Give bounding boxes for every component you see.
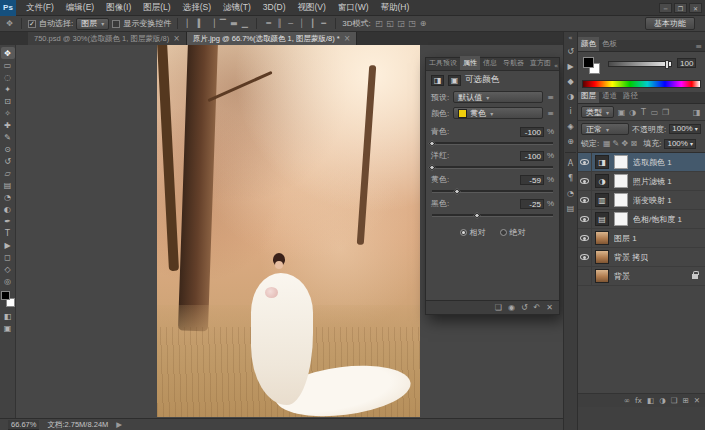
layers-footer-icon[interactable]: ⊞ — [682, 396, 688, 405]
dock-panel-icon[interactable]: ◆ — [564, 75, 577, 87]
menu-item[interactable]: 文件(F) — [20, 2, 60, 14]
layer-mask-thumbnail[interactable] — [614, 193, 628, 207]
tab-close-icon[interactable]: × — [344, 34, 351, 43]
slider-value-field[interactable]: -59 — [520, 175, 544, 185]
tab-close-icon[interactable]: × — [173, 34, 180, 43]
adjustment-layer-thumbnail[interactable]: ◑ — [595, 174, 609, 188]
layer-filter-button[interactable]: ❐ — [660, 107, 671, 118]
blend-mode-dropdown[interactable]: 正常 ▾ — [581, 123, 629, 135]
align-button[interactable]: ▍ — [195, 18, 206, 29]
align-button[interactable]: ▏ — [184, 18, 195, 29]
menu-item[interactable]: 帮助(H) — [375, 2, 416, 14]
auto-select-dropdown[interactable]: 图层 ▾ — [76, 18, 109, 30]
align-button[interactable]: ▕ — [206, 18, 217, 29]
layer-filter-button[interactable]: ▣ — [616, 107, 627, 118]
layer-thumbnail[interactable] — [595, 269, 609, 283]
workspace-switcher-button[interactable]: 基本功能 — [645, 17, 695, 30]
layer-row[interactable]: ◑ 照片滤镜 1 — [578, 172, 705, 191]
properties-footer-icon[interactable]: ◉ — [508, 303, 515, 312]
distribute-button[interactable]: ┃ — [307, 18, 318, 29]
slider-track[interactable] — [432, 211, 553, 219]
tool-button[interactable]: ▱ — [1, 167, 15, 179]
opacity-field[interactable]: 100% ▾ — [669, 124, 700, 134]
layer-row[interactable]: 背景 — [578, 267, 705, 286]
layers-footer-icon[interactable]: ❑ — [671, 396, 678, 405]
slider-track[interactable] — [432, 139, 553, 147]
layer-visibility-toggle[interactable] — [578, 153, 592, 171]
menu-item[interactable]: 3D(D) — [257, 2, 292, 14]
status-arrow-icon[interactable]: ▶ — [116, 420, 122, 429]
layer-row[interactable]: 图层 1 — [578, 229, 705, 248]
expand-dock-icon[interactable]: « — [568, 34, 572, 42]
layer-row[interactable]: 背景 拷贝 — [578, 248, 705, 267]
3d-mode-button[interactable]: ◳ — [407, 18, 418, 29]
foreground-color-swatch[interactable] — [1, 291, 10, 300]
3d-mode-button[interactable]: ◱ — [385, 18, 396, 29]
slider-value-field[interactable]: -100 — [520, 151, 544, 161]
tool-button[interactable]: ▤ — [1, 179, 15, 191]
align-button[interactable]: ▬ — [228, 18, 239, 29]
tool-button[interactable]: ◻ — [1, 251, 15, 263]
auto-select-checkbox[interactable]: ✓ — [28, 20, 36, 28]
tool-button[interactable]: ▭ — [1, 59, 15, 71]
tool-button[interactable]: ✦ — [1, 83, 15, 95]
color-spectrum-ramp[interactable] — [582, 80, 701, 88]
layers-footer-icon[interactable]: fx — [635, 396, 642, 405]
layer-filter-button[interactable]: T — [638, 107, 649, 118]
canvas-photo[interactable] — [157, 45, 420, 417]
adjustment-layer-thumbnail[interactable]: ▥ — [595, 193, 609, 207]
lock-button[interactable]: ✥ — [620, 138, 629, 149]
menu-item[interactable]: 编辑(E) — [60, 2, 100, 14]
layer-mask-thumbnail[interactable] — [614, 155, 628, 169]
document-tab[interactable]: 原片.jpg @ 66.7%(选取颜色 1, 图层蒙版/8) * × — [187, 32, 358, 45]
method-radio[interactable]: 绝对 — [500, 227, 526, 238]
panel-tab[interactable]: 属性 — [460, 56, 480, 70]
tool-button[interactable]: ✧ — [1, 107, 15, 119]
dock-panel-icon[interactable]: i — [564, 105, 577, 117]
layer-filter-dropdown[interactable]: 类型 ▾ — [581, 106, 614, 118]
menu-item[interactable]: 窗口(W) — [332, 2, 375, 14]
menu-item[interactable]: 图像(I) — [100, 2, 137, 14]
tool-button[interactable]: ↺ — [1, 155, 15, 167]
layer-visibility-toggle[interactable] — [578, 191, 592, 209]
slider-thumb[interactable] — [428, 164, 435, 171]
slider-track[interactable] — [432, 163, 553, 171]
3d-mode-button[interactable]: ⊕ — [418, 18, 429, 29]
panel-menu-icon[interactable]: ≡ — [547, 93, 554, 102]
show-transform-checkbox[interactable] — [112, 20, 120, 28]
properties-footer-icon[interactable]: ↺ — [521, 303, 528, 312]
panel-menu-icon[interactable]: ≡ — [547, 109, 554, 118]
restore-button[interactable]: ❐ — [674, 3, 687, 13]
layer-thumbnail[interactable] — [595, 250, 609, 264]
document-tab[interactable]: 750.psd @ 30%(选取颜色 1, 图层蒙版/8) × — [28, 32, 187, 45]
layer-filter-button[interactable]: ◑ — [627, 107, 638, 118]
slider-thumb[interactable] — [453, 188, 460, 195]
tool-button[interactable]: T — [1, 227, 15, 239]
layer-mask-thumbnail[interactable] — [614, 174, 628, 188]
minimize-button[interactable]: ─ — [659, 3, 672, 13]
layer-row[interactable]: ▥ 渐变映射 1 — [578, 191, 705, 210]
menu-item[interactable]: 选择(S) — [177, 2, 217, 14]
tool-button[interactable]: ▶ — [1, 239, 15, 251]
dock-panel-icon[interactable]: ◔ — [564, 187, 577, 199]
layer-visibility-toggle[interactable] — [578, 229, 592, 247]
slider-thumb[interactable] — [428, 140, 435, 147]
adjustment-badge-icon[interactable]: ▣ — [448, 75, 461, 86]
layer-visibility-toggle[interactable] — [578, 210, 592, 228]
layers-footer-icon[interactable]: ◑ — [659, 396, 666, 405]
fill-field[interactable]: 100% ▾ — [664, 139, 695, 149]
dock-panel-icon[interactable]: ▤ — [564, 202, 577, 214]
preset-dropdown[interactable]: 默认值 ▾ — [453, 91, 543, 103]
layer-row[interactable]: ◨ 选取颜色 1 — [578, 153, 705, 172]
layer-visibility-toggle[interactable] — [578, 267, 592, 285]
filter-toggle-icon[interactable]: ◨ — [691, 107, 702, 118]
distribute-button[interactable]: │ — [296, 18, 307, 29]
tool-button[interactable]: ◇ — [1, 263, 15, 275]
dock-panel-icon[interactable]: ▶ — [564, 60, 577, 72]
tool-button[interactable]: ⊙ — [1, 143, 15, 155]
layer-visibility-toggle[interactable] — [578, 248, 592, 266]
tool-button[interactable]: ✥ — [1, 47, 15, 59]
adjustment-layer-thumbnail[interactable]: ◨ — [595, 155, 609, 169]
align-button[interactable]: ▁ — [239, 18, 250, 29]
properties-footer-icon[interactable]: ✕ — [546, 303, 553, 312]
